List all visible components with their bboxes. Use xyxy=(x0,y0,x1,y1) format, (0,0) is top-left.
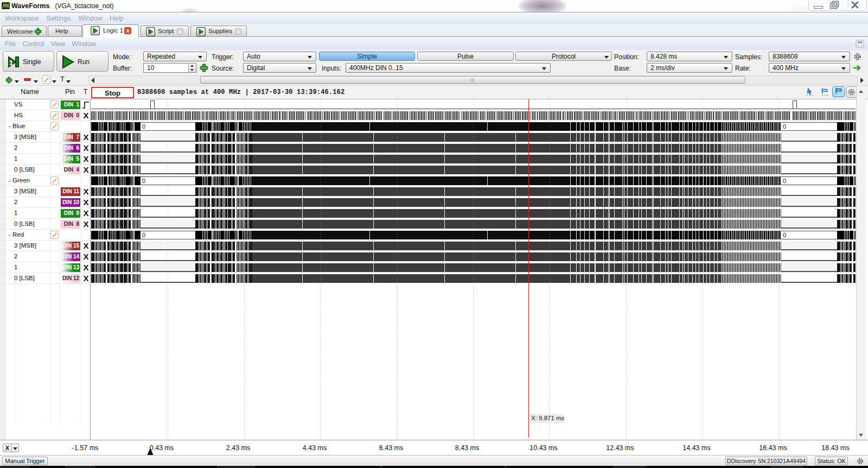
svg-text:1: 1 xyxy=(9,59,13,67)
